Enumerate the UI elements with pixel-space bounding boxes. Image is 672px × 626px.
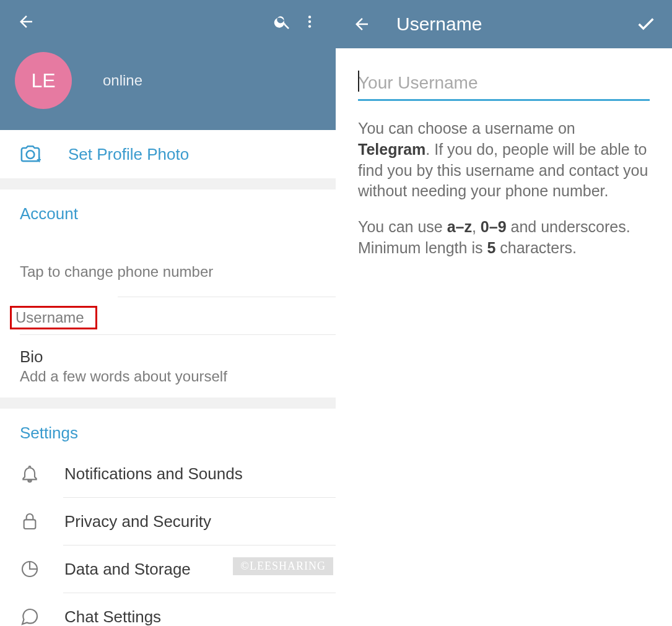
description-2: You can use a–z, 0–9 and underscores. Mi… <box>358 217 650 259</box>
set-profile-photo-label: Set Profile Photo <box>68 145 189 164</box>
lock-icon <box>20 511 40 531</box>
svg-point-1 <box>308 20 311 23</box>
arrow-left-icon <box>352 15 371 33</box>
confirm-button[interactable] <box>632 11 660 38</box>
bio-row[interactable]: Bio Add a few words about yourself <box>0 335 336 398</box>
topbar: Username <box>336 0 672 48</box>
svg-rect-4 <box>24 519 36 529</box>
watermark: ©LEESHARING <box>233 557 333 575</box>
username-label: Username <box>15 309 84 326</box>
phone-hint: Tap to change phone number <box>20 263 316 280</box>
divider-gap <box>0 398 336 409</box>
search-icon <box>273 12 292 31</box>
divider-gap <box>0 178 336 189</box>
check-icon <box>635 14 657 35</box>
content: Your Username You can choose a username … <box>336 48 672 293</box>
phone-number-row[interactable]: Tap to change phone number <box>0 231 336 297</box>
bio-hint: Add a few words about yourself <box>20 368 316 385</box>
camera-add-icon: + <box>20 144 41 165</box>
avatar-initials: LE <box>31 69 55 92</box>
svg-point-2 <box>308 25 311 27</box>
bell-icon <box>20 464 40 484</box>
profile-header: LE online <box>0 0 336 130</box>
section-title-account: Account <box>0 189 336 231</box>
pie-chart-icon <box>20 559 40 579</box>
settings-chat-row[interactable]: Chat Settings <box>0 593 336 626</box>
username-row[interactable]: Username <box>0 297 336 334</box>
settings-item-label: Data and Storage <box>64 560 191 579</box>
settings-notifications-row[interactable]: Notifications and Sounds <box>0 450 336 497</box>
more-vertical-icon <box>302 14 318 30</box>
topbar <box>0 0 336 43</box>
username-edit-screen: Username Your Username You can choose a … <box>336 0 672 626</box>
settings-screen: LE online + Set Profile Photo Account Ta… <box>0 0 336 626</box>
set-profile-photo-row[interactable]: + Set Profile Photo <box>0 130 336 178</box>
status-text: online <box>103 72 142 89</box>
avatar[interactable]: LE <box>15 52 72 109</box>
settings-item-label: Chat Settings <box>64 607 161 627</box>
username-placeholder: Your Username <box>358 73 478 92</box>
svg-point-0 <box>308 15 311 18</box>
settings-item-label: Notifications and Sounds <box>64 464 243 484</box>
page-title: Username <box>396 14 632 35</box>
highlight-box: Username <box>10 306 97 329</box>
avatar-row: LE online <box>0 43 336 118</box>
chat-bubble-icon <box>20 607 40 626</box>
search-button[interactable] <box>269 8 296 35</box>
description-1: You can choose a username on Telegram. I… <box>358 118 650 202</box>
svg-text:+: + <box>37 154 41 165</box>
settings-privacy-row[interactable]: Privacy and Security <box>0 498 336 545</box>
back-button[interactable] <box>348 11 375 38</box>
arrow-left-icon <box>17 12 35 31</box>
section-title-settings: Settings <box>0 409 336 450</box>
more-button[interactable] <box>296 8 323 35</box>
bio-label: Bio <box>20 347 316 367</box>
settings-item-label: Privacy and Security <box>64 512 211 531</box>
username-input[interactable]: Your Username <box>358 68 650 101</box>
back-button[interactable] <box>12 8 40 35</box>
text-cursor <box>358 71 359 92</box>
